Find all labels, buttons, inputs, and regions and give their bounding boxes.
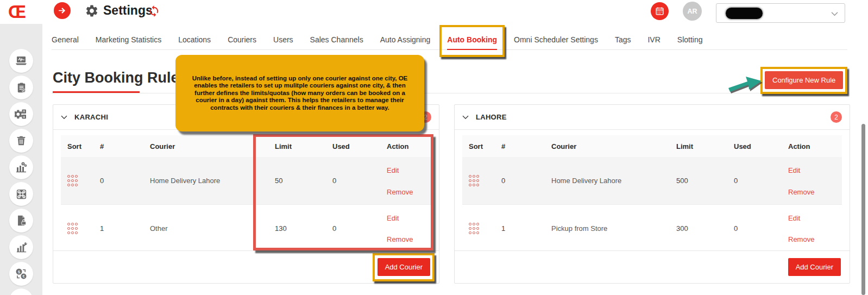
city-panel-header[interactable]: LAHORE 2 [455,105,850,130]
chevron-down-icon [61,115,67,120]
tutorial-tooltip-text: Unlike before, instead of setting up onl… [188,75,411,112]
tab-slotting[interactable]: Slotting [677,30,703,49]
svg-text:$: $ [18,269,21,274]
edit-link[interactable]: Edit [387,214,399,222]
city-panel-lahore: LAHORE 2 Sort # Courier Limit Used Actio… [454,104,850,284]
drag-handle-icon[interactable] [469,223,495,234]
drag-handle-icon[interactable] [67,175,93,186]
col-sort: Sort [61,142,93,150]
sidebar-button-announcements[interactable] [9,288,33,295]
remove-link[interactable]: Remove [788,235,814,243]
edit-link[interactable]: Edit [788,214,800,222]
limit-value: 300 [670,224,727,233]
analytics-gears-icon [15,161,28,174]
sidebar-button-currency-exchange[interactable]: $€ [9,262,33,286]
chevron-down-icon [462,115,469,120]
tab-users[interactable]: Users [273,30,293,49]
sidebar-button-shortcuts[interactable] [9,182,33,206]
tab-label: Auto Booking [447,35,497,44]
col-courier: Courier [143,142,268,150]
tab-couriers[interactable]: Couriers [228,30,256,49]
configure-new-rule-button[interactable]: Configure New Rule [765,71,843,89]
tab-sales-channels[interactable]: Sales Channels [310,30,363,49]
command-icon [15,188,28,200]
tab-general[interactable]: General [52,30,79,49]
couriers-table: Sort # Courier Limit Used Action 0 Home … [462,135,842,252]
sidebar-button-trash[interactable] [9,129,33,153]
add-courier-button[interactable]: Add Courier [788,258,841,276]
courier-name: Pickup from Store [545,224,670,233]
tabs-bar: GeneralMarketing StatisticsLocationsCour… [52,30,847,50]
city-name: KARACHI [74,113,108,121]
edit-link[interactable]: Edit [788,166,800,174]
chevron-down-icon [831,11,838,16]
tab-marketing-statistics[interactable]: Marketing Statistics [96,30,161,49]
table-header-row: Sort # Courier Limit Used Action [462,135,842,157]
courier-row: 0 Home Delivery Lahore 50 0 Edit Remove [61,157,431,204]
calendar-button[interactable] [651,2,669,20]
used-value: 0 [326,177,380,185]
courier-row: 0 Home Delivery Lahore 500 0 Edit Remove [462,157,842,204]
action-cell: Edit Remove [380,205,431,252]
couriers-table: Sort # Courier Limit Used Action 0 Home … [61,135,431,252]
limit-value: 50 [268,177,326,185]
sidebar-button-monitoring[interactable] [9,49,33,73]
sidebar-button-analytics-settings[interactable] [9,155,33,179]
refresh-icon[interactable] [148,5,160,20]
tab-label: IVR [647,35,660,44]
file-lock-icon [15,215,27,227]
remove-link[interactable]: Remove [788,188,814,196]
tab-omni-scheduler-settings[interactable]: Omni Scheduler Settings [514,30,598,49]
tab-auto-booking[interactable]: Auto Booking [447,30,497,49]
currency-exchange-icon: $€ [15,267,28,280]
sidebar-button-reports-tools[interactable] [9,235,33,259]
tab-ivr[interactable]: IVR [647,30,660,49]
used-value: 0 [727,224,782,233]
sidebar-button-secure-files[interactable] [9,209,33,233]
edit-link[interactable]: Edit [387,166,399,174]
drag-handle-icon[interactable] [67,223,93,234]
nav-arrow-button[interactable] [54,2,71,19]
sidebar-button-order-settings[interactable] [9,76,33,99]
sort-cell [462,223,495,234]
page-title: Settings [103,3,153,18]
add-courier-button[interactable]: Add Courier [378,258,430,276]
remove-link[interactable]: Remove [387,188,413,196]
col-index: # [495,142,545,150]
oe-logo: Œ [8,1,25,23]
add-courier-annotation: Add Courier [788,258,841,276]
tab-tags[interactable]: Tags [615,30,631,49]
heading-divider [52,93,843,93]
panel-footer: Add Courier [53,250,439,283]
section-title: City Booking Rules [53,70,187,86]
col-used: Used [727,142,782,150]
sidebar-button-modules[interactable] [9,102,33,126]
tab-auto-assigning[interactable]: Auto Assigning [380,30,431,49]
courier-row: 1 Other 130 0 Edit Remove [61,204,431,252]
tab-label: Tags [615,35,631,44]
tutorial-tooltip: Unlike before, instead of setting up onl… [175,55,424,131]
row-index: 0 [495,177,545,185]
topbar: Œ Settings AR [0,0,868,25]
remove-link[interactable]: Remove [387,235,413,243]
clipboard-settings-icon [15,81,28,94]
limit-value: 130 [268,224,326,233]
tab-label: Slotting [677,35,703,44]
app-window: Œ Settings AR $€ GeneralMarketin [0,0,868,295]
city-name: LAHORE [476,113,507,121]
store-select[interactable] [716,3,845,23]
table-header-row: Sort # Courier Limit Used Action [61,135,431,157]
vertical-scrollbar[interactable] [861,124,865,295]
courier-name: Other [143,224,268,233]
tab-label: Sales Channels [310,35,363,44]
tab-label: Auto Assigning [380,35,431,44]
col-limit: Limit [268,142,326,150]
laptop-activity-icon [15,54,28,67]
drag-handle-icon[interactable] [469,175,495,186]
tab-label: Locations [178,35,211,44]
tab-locations[interactable]: Locations [178,30,211,49]
gear-icon [85,4,99,20]
avatar[interactable]: AR [683,2,702,21]
used-value: 0 [727,177,782,185]
action-cell: Edit Remove [782,205,842,252]
